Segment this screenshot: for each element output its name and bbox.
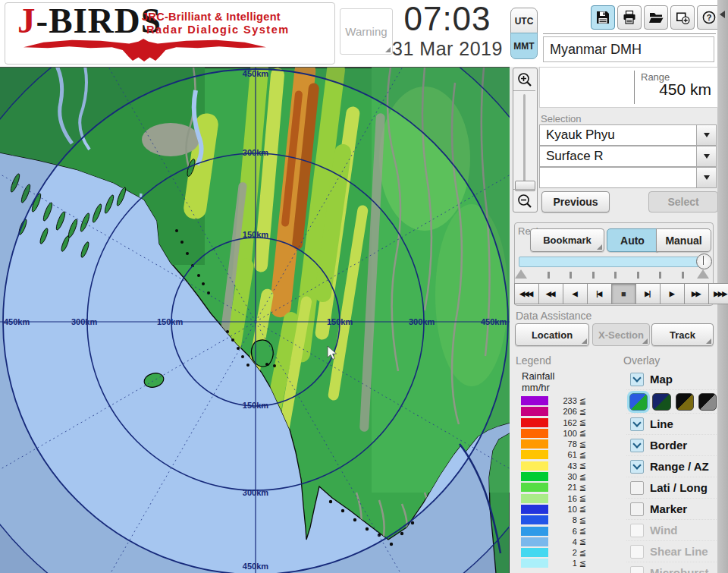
location-button[interactable]: Location (515, 323, 589, 346)
auto-button[interactable]: Auto (607, 228, 658, 252)
checkbox[interactable] (630, 481, 644, 495)
overlay-item-label: Lati / Long (650, 481, 708, 494)
collapse-arrow-icon[interactable] (720, 11, 725, 18)
replay-timeline-slider[interactable] (519, 257, 710, 267)
range-value: 450 km (659, 80, 711, 99)
timeline-start-marker[interactable] (515, 269, 527, 279)
checkbox[interactable] (630, 417, 644, 431)
option-dropdown-button[interactable] (696, 168, 716, 187)
product-dropdown-button[interactable] (696, 146, 716, 166)
map-style-swatch[interactable] (629, 393, 648, 411)
checkbox[interactable] (630, 502, 644, 516)
playback-button-5[interactable]: ▶| (635, 283, 661, 304)
playback-button-0[interactable]: ◀◀◀ (514, 283, 539, 304)
toolbar: ? (591, 5, 721, 30)
option-dropdown[interactable] (539, 167, 717, 188)
legend-color-swatch (521, 439, 548, 449)
timeline-thumb[interactable] (696, 253, 712, 269)
checkbox[interactable] (630, 460, 644, 474)
legend-row: 100 ≦ (521, 429, 586, 438)
legend-color-swatch (521, 396, 548, 405)
previous-button[interactable]: Previous (541, 191, 610, 213)
radar-map[interactable]: 450km300km150km150km300km450km450km300km… (0, 67, 510, 573)
product-dropdown[interactable]: Surface R (539, 146, 717, 167)
svg-text:?: ? (707, 13, 712, 22)
playback-button-2[interactable]: ◀ (563, 283, 588, 304)
overlay-item-marker[interactable]: Marker (626, 498, 717, 519)
legend-row: 206 ≦ (521, 407, 586, 416)
legend-le-symbol: ≦ (579, 526, 586, 536)
overlay-item-lati-long[interactable]: Lati / Long (626, 477, 717, 498)
legend-le-symbol: ≦ (579, 504, 586, 514)
magnifier-minus-icon (516, 193, 533, 209)
site-dropdown-button[interactable] (696, 125, 716, 145)
export-button[interactable] (670, 5, 695, 30)
legend-color-swatch (521, 537, 548, 546)
playback-button-6[interactable]: ▶ (660, 283, 685, 304)
site-dropdown[interactable]: Kyauk Phyu (539, 124, 717, 146)
manual-button[interactable]: Manual (656, 228, 711, 252)
station-name-field[interactable]: Myanmar DMH (543, 36, 714, 62)
zoom-slider-track[interactable] (523, 94, 526, 184)
utc-button[interactable]: UTC (510, 8, 538, 34)
timeline-end-marker[interactable] (697, 269, 709, 279)
checkbox[interactable] (630, 439, 644, 452)
clock-date: 31 Mar 2019 (383, 38, 512, 60)
legend-value: 1 (548, 559, 577, 568)
overlay-item-label: Wind (650, 524, 678, 537)
checkbox (630, 524, 644, 537)
overlay-item-label: Microburst (650, 566, 709, 573)
ring-distance-label: 150km (157, 317, 183, 326)
map-style-swatch[interactable] (676, 393, 694, 411)
legend-color-swatch (521, 515, 548, 524)
track-button[interactable]: Track (651, 323, 714, 346)
legend-label: Legend (516, 354, 551, 367)
clock: 07:03 31 Mar 2019 (383, 0, 512, 60)
open-button[interactable] (644, 5, 668, 30)
mmt-button[interactable]: MMT (510, 33, 538, 59)
overlay-item-range-az[interactable]: Range / AZ (626, 455, 717, 477)
logo-tagline: JRC-Brilliant & Intelligent Radar Dialog… (142, 11, 290, 36)
playback-button-3[interactable]: |◀ (587, 283, 612, 304)
playback-button-1[interactable]: ◀◀ (538, 283, 563, 304)
print-button[interactable] (617, 5, 642, 30)
legend-row: 1 ≦ (521, 559, 586, 568)
playback-button-8[interactable]: ▶▶▶ (708, 283, 728, 304)
x-section-button[interactable]: X-Section (592, 323, 650, 346)
playback-button-7[interactable]: ▶▶ (684, 283, 709, 304)
playback-button-4[interactable]: ■ (611, 283, 636, 304)
save-button[interactable] (591, 5, 615, 30)
chevron-down-icon (704, 175, 710, 180)
map-style-swatch[interactable] (698, 393, 717, 411)
legend-color-swatch (521, 472, 548, 481)
legend-le-symbol: ≦ (579, 450, 586, 460)
legend-value: 16 (548, 494, 577, 503)
legend-value: 233 (548, 396, 577, 405)
overlay-item-line[interactable]: Line (626, 413, 717, 434)
header-divider (543, 33, 716, 34)
legend-title: Rainfall mm/hr (522, 370, 554, 393)
data-assistance-label: Data Assistance (516, 310, 592, 322)
zoom-out-button[interactable] (513, 189, 535, 212)
ring-distance-label: 150km (327, 317, 353, 326)
legend-row: 61 ≦ (521, 450, 586, 459)
legend-value: 6 (548, 527, 577, 536)
overlay-item-map[interactable]: Map (626, 369, 717, 389)
overlay-item-wind: Wind (626, 519, 717, 540)
checkbox[interactable] (630, 373, 644, 386)
bookmark-button[interactable]: Bookmark (530, 228, 604, 252)
chevron-down-icon (704, 133, 710, 137)
legend-le-symbol: ≦ (579, 439, 586, 449)
zoom-in-button[interactable] (513, 68, 535, 91)
legend-color-swatch (521, 494, 548, 503)
jbirds-app: 450km300km150km150km300km450km450km300km… (0, 0, 728, 573)
select-button[interactable]: Select (648, 191, 718, 213)
overlay-list: Map Line Border Range / AZ Lati / Long M… (626, 369, 717, 573)
map-style-swatch[interactable] (652, 393, 670, 411)
legend-value: 61 (548, 450, 577, 459)
playback-controls: ◀◀◀◀◀◀|◀■▶|▶▶▶▶▶▶ (515, 283, 728, 304)
radar-map-canvas[interactable]: 450km300km150km150km300km450km450km300km… (0, 68, 510, 573)
overlay-item-border[interactable]: Border (626, 434, 717, 455)
ring-distance-label: 300km (243, 148, 268, 157)
legend-le-symbol: ≦ (579, 396, 586, 406)
